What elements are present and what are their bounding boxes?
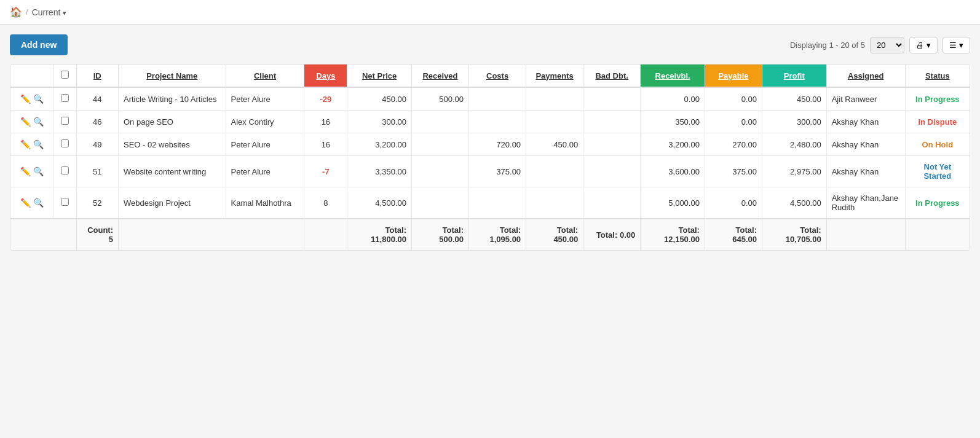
row-checkbox-cell xyxy=(53,111,76,133)
th-days[interactable]: Days xyxy=(304,65,347,87)
row-checkbox-cell xyxy=(53,87,76,111)
row-client: Peter Alure xyxy=(226,87,304,111)
footer-total-bad-dbt: Total: 0.00 xyxy=(583,219,641,250)
row-checkbox-cell xyxy=(53,133,76,156)
table-row: ✏️ 🔍 46 On page SEO Alex Contiry 16 300.… xyxy=(10,111,970,133)
row-net-price: 450.00 xyxy=(347,87,412,111)
row-costs: 375.00 xyxy=(469,156,526,187)
row-id: 46 xyxy=(76,111,118,133)
th-assigned[interactable]: Assigned xyxy=(826,65,905,87)
footer-total-net-price: Total: 11,800.00 xyxy=(347,219,412,250)
row-assigned: Ajit Ranweer xyxy=(826,87,905,111)
per-page-select[interactable]: 20 10 50 100 xyxy=(870,37,904,53)
edit-icon[interactable]: ✏️ xyxy=(20,139,31,149)
th-client[interactable]: Client xyxy=(226,65,304,87)
layout-button[interactable]: ☰ ▾ xyxy=(942,37,970,53)
row-net-price: 4,500.00 xyxy=(347,187,412,219)
footer-total-profit: Total: 10,705.00 xyxy=(762,219,826,250)
table-row: ✏️ 🔍 44 Article Writing - 10 Articles Pe… xyxy=(10,87,970,111)
row-bad-dbt xyxy=(583,156,641,187)
th-checkbox xyxy=(53,65,76,87)
row-net-price: 300.00 xyxy=(347,111,412,133)
row-receivbl: 3,200.00 xyxy=(641,133,705,156)
row-assigned: Akshay Khan xyxy=(826,111,905,133)
row-project-name: Website content writing xyxy=(119,156,226,187)
row-payments xyxy=(526,156,583,187)
home-icon[interactable]: 🏠 xyxy=(10,6,22,18)
row-received xyxy=(411,133,468,156)
th-payments[interactable]: Payments xyxy=(526,65,583,87)
row-actions: ✏️ 🔍 xyxy=(10,187,53,219)
footer-total-payments: Total: 450.00 xyxy=(526,219,583,250)
row-actions: ✏️ 🔍 xyxy=(10,111,53,133)
table-footer: Count: 5 Total: 11,800.00 Total: 500.00 … xyxy=(10,219,970,250)
edit-icon[interactable]: ✏️ xyxy=(20,198,31,208)
row-profit: 4,500.00 xyxy=(762,187,826,219)
table-row: ✏️ 🔍 51 Website content writing Peter Al… xyxy=(10,156,970,187)
view-icon[interactable]: 🔍 xyxy=(33,94,44,104)
row-payments xyxy=(526,187,583,219)
edit-icon[interactable]: ✏️ xyxy=(20,117,31,127)
view-icon[interactable]: 🔍 xyxy=(33,166,44,176)
th-profit[interactable]: Profit xyxy=(762,65,826,87)
row-checkbox[interactable] xyxy=(61,94,69,102)
row-project-name: SEO - 02 websites xyxy=(119,133,226,156)
row-status: On Hold xyxy=(905,133,970,156)
row-payable: 0.00 xyxy=(705,87,762,111)
table-row: ✏️ 🔍 52 Webdesign Project Kamal Malhothr… xyxy=(10,187,970,219)
th-status[interactable]: Status xyxy=(905,65,970,87)
row-assigned: Akshay Khan,Jane Rudith xyxy=(826,187,905,219)
projects-table: ID Project Name Client Days Net Price Re… xyxy=(10,65,970,250)
th-payable[interactable]: Payable xyxy=(705,65,762,87)
row-id: 51 xyxy=(76,156,118,187)
row-project-name: On page SEO xyxy=(119,111,226,133)
row-payable: 270.00 xyxy=(705,133,762,156)
row-bad-dbt xyxy=(583,87,641,111)
breadcrumb-current[interactable]: Current ▾ xyxy=(32,7,67,17)
th-id[interactable]: ID xyxy=(76,65,118,87)
row-profit: 450.00 xyxy=(762,87,826,111)
row-client: Alex Contiry xyxy=(226,111,304,133)
th-received[interactable]: Received xyxy=(411,65,468,87)
view-icon[interactable]: 🔍 xyxy=(33,139,44,149)
row-receivbl: 350.00 xyxy=(641,111,705,133)
row-bad-dbt xyxy=(583,133,641,156)
th-actions xyxy=(10,65,53,87)
th-receivbl[interactable]: Receivbl. xyxy=(641,65,705,87)
row-payable: 0.00 xyxy=(705,187,762,219)
row-checkbox[interactable] xyxy=(61,166,69,174)
row-days: 16 xyxy=(304,111,347,133)
print-button[interactable]: 🖨 ▾ xyxy=(909,37,938,53)
row-payments: 450.00 xyxy=(526,133,583,156)
row-status: In Progress xyxy=(905,187,970,219)
footer-total-payable: Total: 645.00 xyxy=(705,219,762,250)
th-project-name[interactable]: Project Name xyxy=(119,65,226,87)
row-checkbox[interactable] xyxy=(61,117,69,125)
footer-total-costs: Total: 1,095.00 xyxy=(469,219,526,250)
th-bad-dbt[interactable]: Bad Dbt. xyxy=(583,65,641,87)
row-days: 16 xyxy=(304,133,347,156)
row-checkbox[interactable] xyxy=(61,198,69,206)
th-net-price[interactable]: Net Price xyxy=(347,65,412,87)
row-checkbox[interactable] xyxy=(61,139,69,147)
table-footer-row: Count: 5 Total: 11,800.00 Total: 500.00 … xyxy=(10,219,970,250)
select-all-checkbox[interactable] xyxy=(61,71,69,79)
row-status: In Progress xyxy=(905,87,970,111)
view-icon[interactable]: 🔍 xyxy=(33,117,44,127)
row-profit: 2,480.00 xyxy=(762,133,826,156)
row-profit: 300.00 xyxy=(762,111,826,133)
footer-empty-days xyxy=(304,219,347,250)
view-icon[interactable]: 🔍 xyxy=(33,198,44,208)
row-receivbl: 5,000.00 xyxy=(641,187,705,219)
footer-empty-status xyxy=(905,219,970,250)
footer-total-received: Total: 500.00 xyxy=(411,219,468,250)
add-new-button[interactable]: Add new xyxy=(10,34,68,55)
row-id: 49 xyxy=(76,133,118,156)
row-received xyxy=(411,187,468,219)
th-costs[interactable]: Costs xyxy=(469,65,526,87)
row-project-name: Article Writing - 10 Articles xyxy=(119,87,226,111)
row-status: In Dispute xyxy=(905,111,970,133)
edit-icon[interactable]: ✏️ xyxy=(20,166,31,176)
edit-icon[interactable]: ✏️ xyxy=(20,94,31,104)
row-checkbox-cell xyxy=(53,156,76,187)
